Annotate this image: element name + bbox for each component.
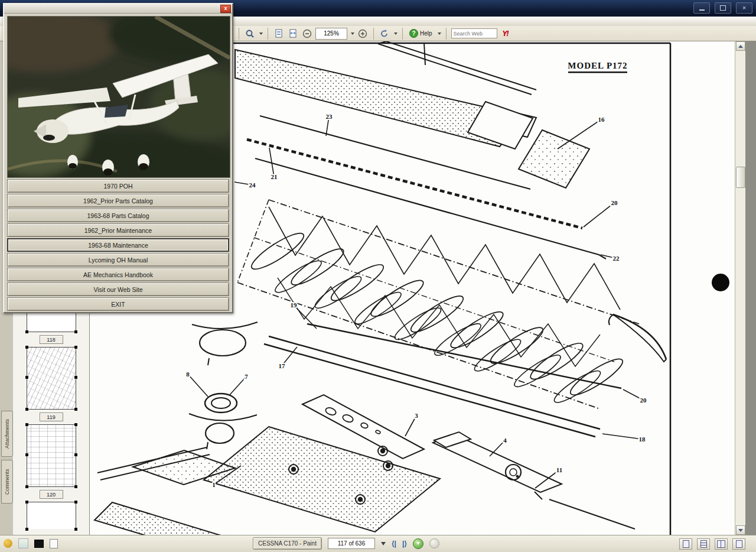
launcher-button[interactable]: 1962_Prior Maintenance [7, 223, 229, 237]
zoom-in-icon[interactable] [357, 28, 369, 40]
thumbnail-page-number: 119 [40, 413, 63, 421]
part-callout-number: 3 [415, 412, 418, 419]
page-indicator[interactable]: 117 of 636 [328, 538, 375, 549]
zoom-level-dropdown-icon[interactable] [351, 33, 354, 35]
facing-mode-icon[interactable] [715, 538, 728, 550]
toolbar-separator [268, 28, 268, 40]
thumbnail-page-number: 120 [40, 490, 63, 499]
launcher-button-list: 1970 POH1962_Prior Parts Catalog1963-68 … [7, 179, 229, 312]
thumbnail-corner-handle [25, 408, 28, 411]
page-thumbnail[interactable] [27, 424, 76, 487]
go-button-icon[interactable] [413, 538, 423, 549]
part-callout-number: 17 [279, 362, 286, 369]
thumbnail-corner-handle [74, 453, 77, 456]
part-callout-number: 20 [640, 397, 647, 404]
search-web-input[interactable] [451, 28, 497, 38]
part-callout-number: 8 [186, 371, 190, 378]
rotate-view-icon[interactable] [379, 28, 390, 40]
thumbnail-corner-handle [25, 376, 28, 379]
status-circle-icon[interactable] [429, 538, 439, 548]
launcher-button[interactable]: 1962_Prior Parts Catalog [7, 194, 229, 207]
thumbnail-corner-handle [25, 453, 28, 456]
part-callout-number: 21 [271, 173, 278, 180]
scroll-down-icon[interactable] [736, 525, 745, 535]
vertical-scrollbar[interactable] [735, 41, 745, 535]
book-mode-icon[interactable] [732, 538, 745, 550]
thumbnail-corner-handle [25, 528, 28, 531]
thumbnail-corner-handle [25, 423, 28, 426]
help-button[interactable]: ? Help [408, 28, 434, 40]
part-callout-number: 11 [556, 466, 562, 473]
tab-attachments[interactable]: Attachments [1, 411, 13, 457]
page-dropdown-icon[interactable] [381, 542, 386, 545]
thumbnail-page-number: 118 [40, 335, 63, 344]
status-black-icon[interactable] [34, 540, 44, 548]
part-callout-number: 4 [503, 437, 507, 444]
previous-view-icon[interactable]: ⟨| [392, 540, 396, 548]
toolbar-separator [402, 28, 403, 40]
svg-text:?: ? [412, 30, 415, 37]
page-thumbnail[interactable] [27, 347, 76, 410]
launcher-button[interactable]: AE Mechanics Handbook [7, 268, 229, 281]
part-callout-number: 22 [613, 255, 620, 262]
scrollbar-thumb[interactable] [736, 167, 745, 188]
thumbnail-corner-handle [25, 330, 28, 333]
toolbar-separator [446, 28, 447, 40]
part-callout-number: 16 [598, 116, 605, 123]
scroll-up-icon[interactable] [736, 41, 745, 51]
part-callout-number: 24 [249, 181, 256, 189]
part-callout-number: 1 [212, 481, 216, 488]
status-orb-icon[interactable] [4, 539, 12, 548]
page-thumbnail[interactable] [27, 502, 76, 529]
launcher-button[interactable]: 1970 POH [7, 179, 229, 193]
thumbnail-corner-handle [74, 330, 77, 333]
launcher-button[interactable]: 1963-68 Maintenance [7, 238, 229, 252]
launcher-button[interactable]: EXIT [7, 297, 229, 311]
launcher-window: x [3, 3, 233, 313]
continuous-mode-icon[interactable] [697, 538, 710, 550]
page-hole-dot [712, 274, 729, 291]
status-page-icon[interactable] [50, 539, 58, 548]
part-callout-number: 7 [245, 373, 248, 380]
part-callout-number: 20 [611, 199, 618, 206]
yahoo-icon[interactable]: Y! [500, 28, 511, 40]
document-title-button[interactable]: CESSNA C170 - Paint [253, 537, 322, 550]
single-page-mode-icon[interactable] [679, 538, 692, 550]
thumbnail-corner-handle [25, 485, 28, 488]
next-view-icon[interactable]: |⟩ [402, 540, 407, 548]
page-thumbnail[interactable] [27, 312, 76, 332]
zoom-level-input[interactable] [315, 28, 347, 40]
thumbnail-corner-handle [74, 408, 77, 411]
help-dropdown-icon[interactable] [438, 33, 441, 35]
thumbnail-corner-handle [74, 346, 77, 349]
launcher-close-button[interactable]: x [220, 5, 231, 13]
tab-comments[interactable]: Comments [1, 460, 13, 504]
launcher-button[interactable]: Visit our Web Site [7, 283, 229, 296]
minimize-button[interactable] [693, 2, 710, 14]
close-button[interactable]: × [736, 2, 752, 14]
thumbnail-corner-handle [74, 376, 77, 379]
maximize-button[interactable] [715, 2, 731, 14]
thumbnail-corner-handle [25, 501, 28, 504]
help-label: Help [420, 30, 432, 37]
zoom-out-icon[interactable] [301, 28, 313, 40]
launcher-button[interactable]: 1963-68 Parts Catalog [7, 209, 229, 222]
cessna-photo [7, 16, 230, 178]
toolbar-separator [239, 28, 239, 40]
thumbnail-corner-handle [74, 528, 77, 531]
part-callout-number: 23 [326, 113, 333, 120]
launcher-titlebar[interactable]: x [4, 4, 232, 14]
model-label: MODEL P172 [568, 61, 627, 70]
rotate-view-dropdown-icon[interactable] [394, 33, 397, 35]
toolbar-separator [373, 28, 374, 40]
thumbnail-corner-handle [74, 423, 77, 426]
status-bar: CESSNA C170 - Paint 117 of 636 ⟨| |⟩ [0, 535, 756, 552]
page-width-icon[interactable] [287, 28, 299, 40]
thumbnail-corner-handle [74, 485, 77, 488]
zoom-tool-dropdown-icon[interactable] [259, 33, 263, 35]
zoom-tool-icon[interactable] [244, 28, 256, 40]
status-pale-icon[interactable] [18, 538, 28, 548]
page-fit-icon[interactable] [273, 28, 285, 40]
thumbnail-corner-handle [74, 501, 77, 504]
launcher-button[interactable]: Lycoming OH Manual [7, 253, 229, 267]
